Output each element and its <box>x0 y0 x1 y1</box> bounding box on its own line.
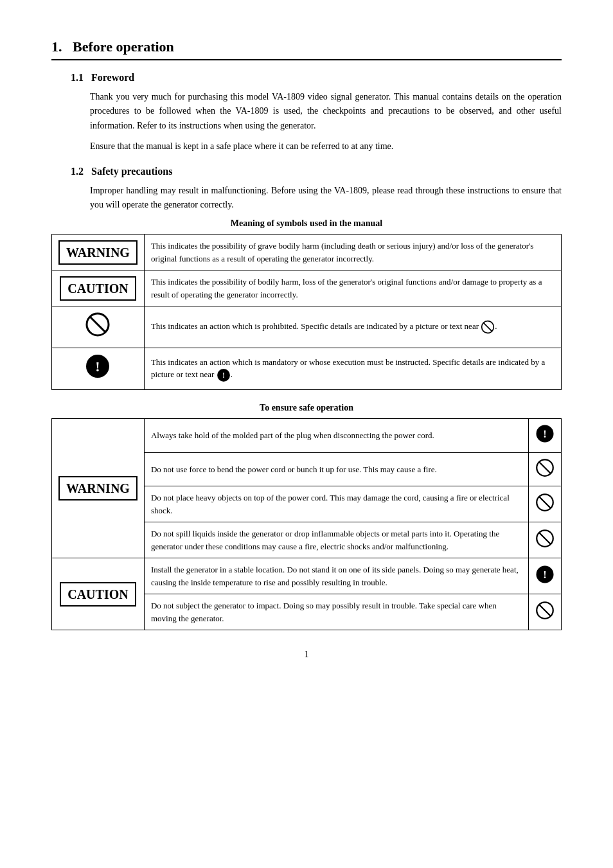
warning-desc: This indicates the possibility of grave … <box>144 235 561 270</box>
prohibit-sm-icon-4 <box>535 529 555 548</box>
safety-intro: Improper handling may result in malfunct… <box>90 184 562 213</box>
mandatory-icon-cell: ! <box>52 348 145 390</box>
safe-caution-icon-2 <box>529 594 562 630</box>
safe-caution-icon-1: ! <box>529 558 562 594</box>
svg-line-3 <box>484 323 492 332</box>
svg-line-15 <box>539 533 551 544</box>
safe-warning-desc-4: Do not spill liquids inside the generato… <box>144 522 528 558</box>
caution-label: CAUTION <box>60 276 136 301</box>
svg-text:!: ! <box>222 371 225 380</box>
prohibit-desc: This indicates an action which is prohib… <box>144 306 561 348</box>
prohibit-sm-icon-3 <box>535 493 555 512</box>
mandatory-inline-icon: ! <box>217 368 231 382</box>
symbol-row-warning: WARNING This indicates the possibility o… <box>52 235 562 270</box>
prohibit-sm-icon-2 <box>535 458 555 477</box>
svg-line-1 <box>90 317 105 332</box>
caution-desc: This indicates the possibility of bodily… <box>144 270 561 306</box>
section-title: 1. Before operation <box>51 39 562 60</box>
foreword-para-1: Thank you very much for purchasing this … <box>90 90 562 133</box>
symbols-table: WARNING This indicates the possibility o… <box>51 234 562 390</box>
prohibit-icon-cell <box>52 306 145 348</box>
caution-label-cell: CAUTION <box>52 558 145 630</box>
symbol-row-prohibit: This indicates an action which is prohib… <box>52 306 562 348</box>
svg-text:!: ! <box>543 569 547 581</box>
safe-warning-icon-3 <box>529 486 562 522</box>
safe-caution-desc-1: Install the generator in a stable locati… <box>144 558 528 594</box>
safe-row-warning-1: WARNING Always take hold of the molded p… <box>52 419 562 453</box>
symbol-row-caution: CAUTION This indicates the possibility o… <box>52 270 562 306</box>
warning-label-cell: WARNING <box>52 419 145 558</box>
foreword-para-2: Ensure that the manual is kept in a safe… <box>90 139 562 154</box>
safe-warning-desc-3: Do not place heavy objects on top of the… <box>144 486 528 522</box>
caution-icon-cell: CAUTION <box>52 270 145 306</box>
svg-text:!: ! <box>96 359 100 375</box>
meanings-heading: Meaning of symbols used in the manual <box>51 218 562 229</box>
safe-caution-desc-2: Do not subject the generator to impact. … <box>144 594 528 630</box>
safe-warning-desc-2: Do not use force to bend the power cord … <box>144 452 528 486</box>
safe-operation-heading: To ensure safe operation <box>51 403 562 413</box>
mandatory-sm-icon-5: ! <box>535 565 555 584</box>
safe-row-caution-1: CAUTION Install the generator in a stabl… <box>52 558 562 594</box>
mandatory-desc: This indicates an action which is mandat… <box>144 348 561 390</box>
svg-text:!: ! <box>543 428 547 440</box>
page-number: 1 <box>51 650 562 660</box>
subsection-1-1-title: 1.1 Foreword <box>71 72 562 84</box>
warning-label: WARNING <box>58 240 138 265</box>
svg-line-13 <box>539 497 551 508</box>
safe-caution-label: CAUTION <box>60 582 136 607</box>
safe-warning-label: WARNING <box>58 476 138 500</box>
safe-warning-desc-1: Always take hold of the molded part of t… <box>144 419 528 453</box>
prohibit-sm-icon-6 <box>535 601 555 620</box>
safe-warning-icon-1: ! <box>529 419 562 453</box>
svg-line-19 <box>539 605 551 616</box>
safe-warning-icon-4 <box>529 522 562 558</box>
subsection-1-2-title: 1.2 Safety precautions <box>71 166 562 177</box>
prohibit-inline-icon <box>481 320 495 334</box>
symbol-row-mandatory: ! This indicates an action which is mand… <box>52 348 562 390</box>
svg-line-11 <box>539 462 551 474</box>
mandatory-sm-icon-1: ! <box>535 424 555 443</box>
warning-icon-cell: WARNING <box>52 235 145 270</box>
safe-warning-icon-2 <box>529 452 562 486</box>
mandatory-icon: ! <box>85 353 111 379</box>
safe-operation-table: WARNING Always take hold of the molded p… <box>51 418 562 630</box>
prohibit-icon <box>85 312 111 337</box>
